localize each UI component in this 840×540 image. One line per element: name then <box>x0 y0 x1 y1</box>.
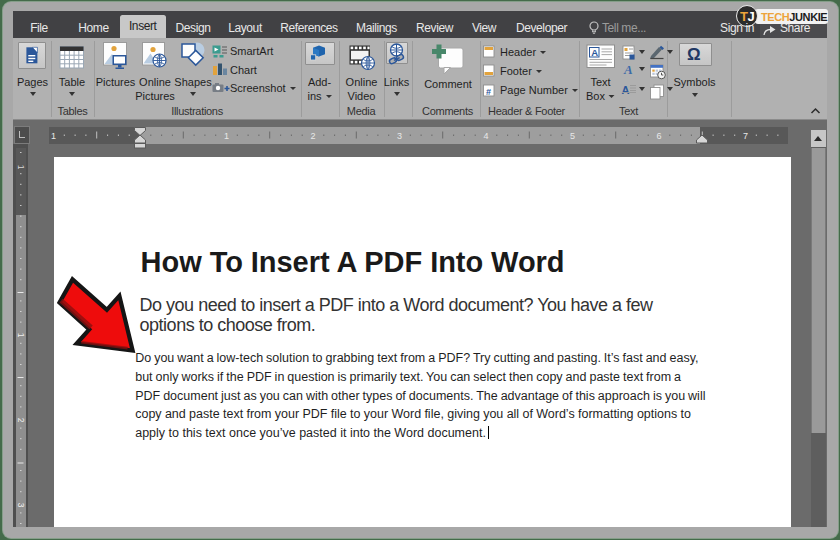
svg-text:1: 1 <box>16 333 26 338</box>
svg-text:7: 7 <box>743 131 748 141</box>
svg-text:1: 1 <box>51 131 56 141</box>
svg-text:5: 5 <box>570 131 575 141</box>
svg-text:6: 6 <box>656 131 661 141</box>
svg-text:4: 4 <box>483 131 488 141</box>
svg-text:1: 1 <box>16 165 26 170</box>
svg-text:2: 2 <box>16 418 26 423</box>
svg-text:1: 1 <box>224 131 229 141</box>
svg-text:2: 2 <box>310 131 315 141</box>
svg-text:3: 3 <box>397 131 402 141</box>
svg-text:3: 3 <box>16 503 26 508</box>
